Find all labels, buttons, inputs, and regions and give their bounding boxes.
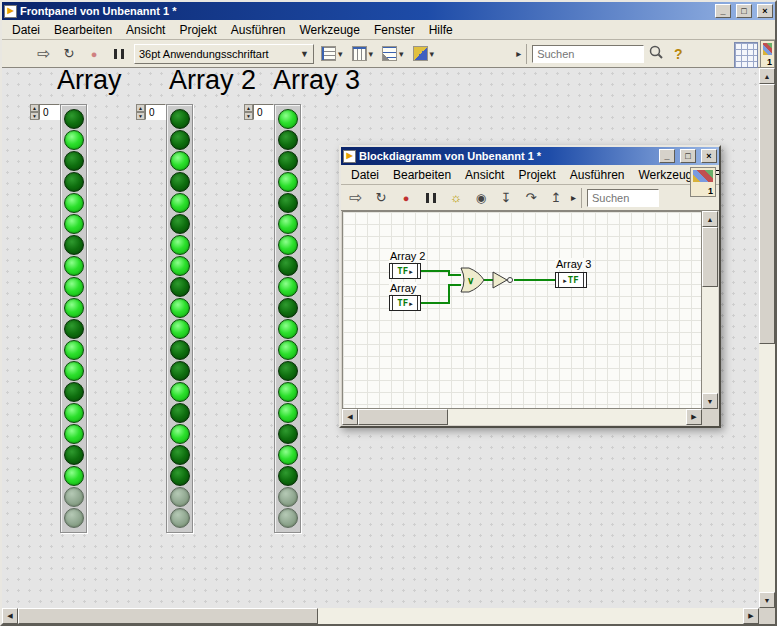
led-on[interactable] [278,382,298,402]
led-off[interactable] [278,151,298,171]
search-input[interactable] [587,189,659,207]
led-off[interactable] [170,340,190,360]
retain-wire-values-button[interactable]: ◉ [471,187,491,209]
pause-button[interactable] [421,187,441,209]
led-on[interactable] [170,424,190,444]
led-off[interactable] [170,109,190,129]
led-off[interactable] [170,403,190,423]
led-on[interactable] [278,319,298,339]
frontpanel-titlebar[interactable]: ▶ Frontpanel von Unbenannt 1 * _ □ × [2,2,775,20]
spin-down-icon[interactable]: ▼ [244,112,253,120]
led-on[interactable] [64,298,84,318]
spin-up-icon[interactable]: ▲ [244,104,253,112]
led-off[interactable] [278,193,298,213]
scrollbar-thumb[interactable] [702,227,718,287]
menu-ansicht[interactable]: Ansicht [458,166,511,184]
led-on[interactable] [64,403,84,423]
scrollbar-thumb[interactable] [18,608,318,624]
step-over-button[interactable]: ↷ [521,187,541,209]
array2-terminal[interactable]: TF ▸ [389,263,421,279]
index-value[interactable]: 0 [39,104,60,120]
scroll-down-icon[interactable]: ▼ [759,592,775,608]
led-on[interactable] [278,340,298,360]
spin-down-icon[interactable]: ▼ [30,112,39,120]
menu-fenster[interactable]: Fenster [367,21,422,39]
menu-ausfuehren[interactable]: Ausführen [224,21,293,39]
led-off[interactable] [170,277,190,297]
run-button[interactable]: ⇨ [346,187,366,209]
scroll-right-icon[interactable]: ▶ [686,409,702,425]
menu-hilfe[interactable]: Hilfe [422,21,460,39]
led-on[interactable] [278,277,298,297]
menu-ansicht[interactable]: Ansicht [119,21,172,39]
abort-button[interactable]: ● [396,187,416,209]
led-on[interactable] [170,151,190,171]
led-on[interactable] [64,466,84,486]
led-on[interactable] [278,445,298,465]
step-out-button[interactable]: ↥ [546,187,566,209]
led-off[interactable] [170,361,190,381]
menu-projekt[interactable]: Projekt [511,166,562,184]
led-off[interactable] [64,109,84,129]
menu-datei[interactable]: Datei [5,21,47,39]
abort-button[interactable]: ● [84,43,104,65]
led-on[interactable] [64,214,84,234]
run-button[interactable]: ⇨ [34,43,54,65]
horizontal-scrollbar[interactable]: ◀ ▶ [2,608,759,624]
led-off[interactable] [170,130,190,150]
align-objects-dropdown[interactable]: ▾ [319,44,345,64]
led-on[interactable] [170,256,190,276]
scroll-left-icon[interactable]: ◀ [2,608,18,624]
led-on[interactable] [64,361,84,381]
array3-terminal[interactable]: ▸ TF [555,272,587,288]
menu-projekt[interactable]: Projekt [172,21,223,39]
led-off[interactable] [170,214,190,234]
led-off[interactable] [170,445,190,465]
array-terminal[interactable]: TF ▸ [389,295,421,311]
led-off[interactable] [64,172,84,192]
menu-bearbeiten[interactable]: Bearbeiten [386,166,458,184]
highlight-execution-button[interactable]: ☼ [446,187,466,209]
toolbar-overflow-chevron[interactable]: ▸ [516,48,521,59]
led-on[interactable] [64,277,84,297]
led-off[interactable] [278,361,298,381]
led-on[interactable] [64,340,84,360]
maximize-button[interactable]: □ [736,4,752,18]
menu-ausfuehren[interactable]: Ausführen [563,166,632,184]
menu-werkzeuge[interactable]: Werkzeuge [292,21,366,39]
menu-datei[interactable]: Datei [344,166,386,184]
scrollbar-thumb[interactable] [358,409,448,425]
scroll-right-icon[interactable]: ▶ [743,608,759,624]
close-button[interactable]: × [757,4,773,18]
run-continuous-button[interactable]: ↻ [59,43,79,65]
led-on[interactable] [170,298,190,318]
led-disabled[interactable] [170,487,190,507]
spin-down-icon[interactable]: ▼ [136,112,145,120]
led-off[interactable] [278,424,298,444]
index-value[interactable]: 0 [145,104,166,120]
vertical-scrollbar[interactable]: ▲ ▼ [759,68,775,608]
scroll-down-icon[interactable]: ▼ [702,393,718,409]
help-button[interactable]: ? [669,45,687,63]
led-off[interactable] [278,298,298,318]
led-on[interactable] [64,424,84,444]
run-continuous-button[interactable]: ↻ [371,187,391,209]
resize-objects-dropdown[interactable]: ▾ [380,44,406,64]
led-on[interactable] [170,235,190,255]
minimize-button[interactable]: _ [715,4,731,18]
search-input[interactable] [532,45,644,63]
led-on[interactable] [278,109,298,129]
pause-button[interactable] [109,43,129,65]
led-off[interactable] [170,172,190,192]
led-disabled[interactable] [64,487,84,507]
scrollbar-thumb[interactable] [759,84,775,344]
minimize-button[interactable]: _ [659,149,675,163]
led-off[interactable] [64,235,84,255]
led-disabled[interactable] [278,508,298,528]
led-disabled[interactable] [170,508,190,528]
reorder-dropdown[interactable]: ▾ [411,44,437,64]
menu-bearbeiten[interactable]: Bearbeiten [47,21,119,39]
scroll-up-icon[interactable]: ▲ [759,68,775,84]
close-button[interactable]: × [701,149,717,163]
bd-array-label[interactable]: Array [389,282,417,294]
